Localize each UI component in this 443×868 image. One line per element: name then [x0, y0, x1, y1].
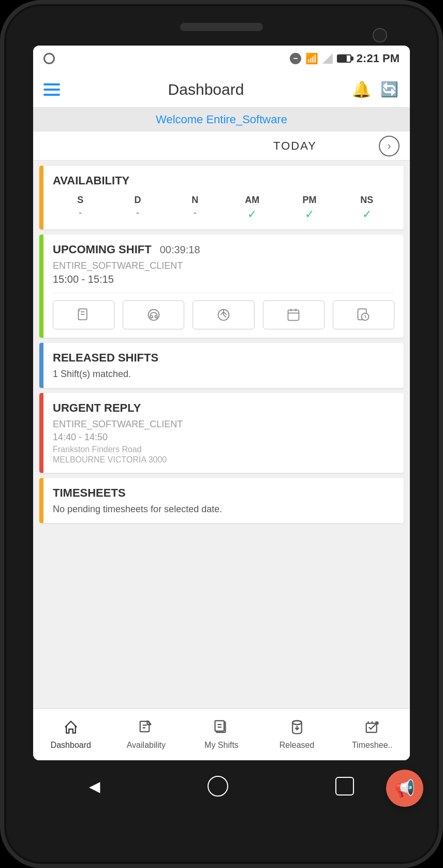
- upcoming-shift-accent: [39, 235, 43, 338]
- shift-action-transport[interactable]: [123, 300, 184, 329]
- availability-grid: S D N AM PM NS - - - ✓ ✓ ✓: [53, 195, 394, 221]
- status-left: [43, 53, 55, 64]
- shift-action-timesheet[interactable]: [333, 300, 394, 329]
- timesheets-nav-icon: [364, 719, 380, 739]
- shift-header: UPCOMING SHIFT 00:39:18: [53, 243, 394, 256]
- header-icons: 🔔 🔄: [352, 80, 400, 99]
- bottom-nav: Dashboard Availability: [33, 708, 410, 760]
- shift-time: 15:00 - 15:15: [53, 273, 394, 285]
- avail-header-pm: PM: [282, 195, 337, 206]
- edit-icon: [138, 719, 154, 739]
- avail-val-n: -: [167, 208, 223, 221]
- today-label: TODAY: [211, 139, 379, 153]
- released-shifts-card[interactable]: RELEASED SHIFTS 1 Shift(s) matched.: [39, 343, 404, 388]
- timesheets-card-body: TIMESHEETS No pending timesheets for sel…: [43, 478, 404, 523]
- shift-action-checkin[interactable]: [193, 300, 254, 329]
- phone-speaker: [180, 23, 263, 31]
- back-button[interactable]: ◀: [89, 778, 100, 795]
- home-button[interactable]: [208, 776, 228, 797]
- my-shifts-icon: [214, 719, 229, 739]
- svg-point-3: [79, 310, 80, 311]
- home-icon: [63, 719, 79, 739]
- shift-action-docs[interactable]: [53, 300, 114, 329]
- app-title: Dashboard: [168, 81, 244, 98]
- avail-val-ns: ✓: [339, 208, 394, 221]
- shift-timer: 00:39:18: [160, 244, 200, 256]
- avail-val-s: -: [53, 208, 108, 221]
- svg-rect-18: [215, 721, 224, 731]
- urgent-reply-card-body: URGENT REPLY ENTIRE_SOFTWARE_CLIENT 14:4…: [43, 393, 404, 473]
- svg-point-5: [150, 315, 153, 318]
- urgent-reply-accent: [39, 393, 43, 473]
- status-indicator: [43, 53, 55, 64]
- avail-val-pm: ✓: [282, 208, 337, 221]
- today-bar: TODAY ›: [33, 132, 410, 161]
- avail-header-am: AM: [225, 195, 280, 206]
- released-shifts-title: RELEASED SHIFTS: [53, 351, 394, 365]
- urgent-reply-card[interactable]: URGENT REPLY ENTIRE_SOFTWARE_CLIENT 14:4…: [39, 393, 404, 473]
- nav-timesheets-label: Timeshee..: [352, 741, 393, 750]
- shift-action-calendar[interactable]: [263, 300, 324, 329]
- nav-availability[interactable]: Availability: [109, 719, 184, 750]
- availability-card-body: AVAILABILITY S D N AM PM NS - - - ✓ ✓ ✓: [43, 166, 404, 229]
- do-not-disturb-icon: −: [290, 53, 301, 64]
- released-shifts-card-body: RELEASED SHIFTS 1 Shift(s) matched.: [43, 343, 404, 388]
- urgent-reply-address: Frankston Finders Road: [53, 445, 394, 454]
- status-time: 2:21 PM: [357, 52, 400, 65]
- nav-timesheets[interactable]: Timeshee..: [334, 719, 410, 750]
- nav-availability-label: Availability: [127, 741, 166, 750]
- timesheets-card[interactable]: TIMESHEETS No pending timesheets for sel…: [39, 478, 404, 523]
- screen: − 📶 2:21 PM Dashboard 🔔: [33, 46, 410, 760]
- signal-icon: [322, 53, 333, 64]
- refresh-button[interactable]: 🔄: [380, 80, 400, 99]
- shift-actions: [53, 293, 394, 329]
- released-icon: [289, 719, 305, 739]
- upcoming-shift-card-body: UPCOMING SHIFT 00:39:18 ENTIRE_SOFTWARE_…: [43, 235, 404, 338]
- chevron-right-icon: ›: [388, 140, 391, 152]
- welcome-text: Welcome Entire_Software: [156, 113, 287, 126]
- nav-released-label: Released: [279, 741, 315, 750]
- released-shifts-sub: 1 Shift(s) matched.: [53, 369, 394, 380]
- nav-dashboard-label: Dashboard: [51, 741, 91, 750]
- nav-released[interactable]: Released: [259, 719, 335, 750]
- urgent-reply-city: MELBOURNE VICTORIA 3000: [53, 455, 394, 465]
- released-shifts-accent: [39, 343, 43, 388]
- availability-accent: [39, 166, 43, 229]
- avail-val-am: ✓: [225, 208, 280, 221]
- svg-point-21: [292, 721, 302, 725]
- nav-dashboard[interactable]: Dashboard: [33, 719, 109, 750]
- phone-frame: − 📶 2:21 PM Dashboard 🔔: [0, 0, 443, 868]
- scroll-content[interactable]: AVAILABILITY S D N AM PM NS - - - ✓ ✓ ✓: [33, 161, 410, 708]
- svg-point-6: [155, 315, 157, 318]
- availability-card: AVAILABILITY S D N AM PM NS - - - ✓ ✓ ✓: [39, 166, 404, 229]
- avail-val-d: -: [110, 208, 166, 221]
- avail-header-ns: NS: [339, 195, 394, 206]
- upcoming-shift-card: UPCOMING SHIFT 00:39:18 ENTIRE_SOFTWARE_…: [39, 235, 404, 338]
- timesheets-accent: [39, 478, 43, 523]
- avail-header-d: D: [110, 195, 166, 206]
- recents-button[interactable]: [335, 777, 354, 795]
- urgent-reply-title: URGENT REPLY: [53, 401, 394, 415]
- battery-icon: [337, 54, 351, 63]
- svg-point-4: [148, 310, 159, 321]
- svg-rect-8: [288, 310, 299, 321]
- system-nav: ◀: [4, 760, 439, 812]
- upcoming-shift-title: UPCOMING SHIFT: [53, 243, 152, 256]
- nav-my-shifts-label: My Shifts: [204, 741, 239, 750]
- notification-button[interactable]: 🔔: [352, 80, 372, 99]
- avail-header-n: N: [167, 195, 223, 206]
- menu-button[interactable]: [43, 83, 60, 96]
- wifi-icon: 📶: [305, 52, 318, 65]
- app-header: Dashboard 🔔 🔄: [33, 71, 410, 108]
- today-next-button[interactable]: ›: [379, 136, 400, 156]
- refresh-icon: 🔄: [380, 81, 398, 98]
- status-bar: − 📶 2:21 PM: [33, 46, 410, 71]
- timesheets-title: TIMESHEETS: [53, 486, 394, 500]
- avail-header-s: S: [53, 195, 108, 206]
- urgent-reply-time: 14:40 - 14:50: [53, 432, 394, 443]
- status-right: − 📶 2:21 PM: [290, 52, 400, 65]
- shift-client: ENTIRE_SOFTWARE_CLIENT: [53, 261, 394, 271]
- nav-my-shifts[interactable]: My Shifts: [184, 719, 259, 750]
- timesheets-sub: No pending timesheets for selected date.: [53, 504, 394, 515]
- status-icons: − 📶: [290, 52, 351, 65]
